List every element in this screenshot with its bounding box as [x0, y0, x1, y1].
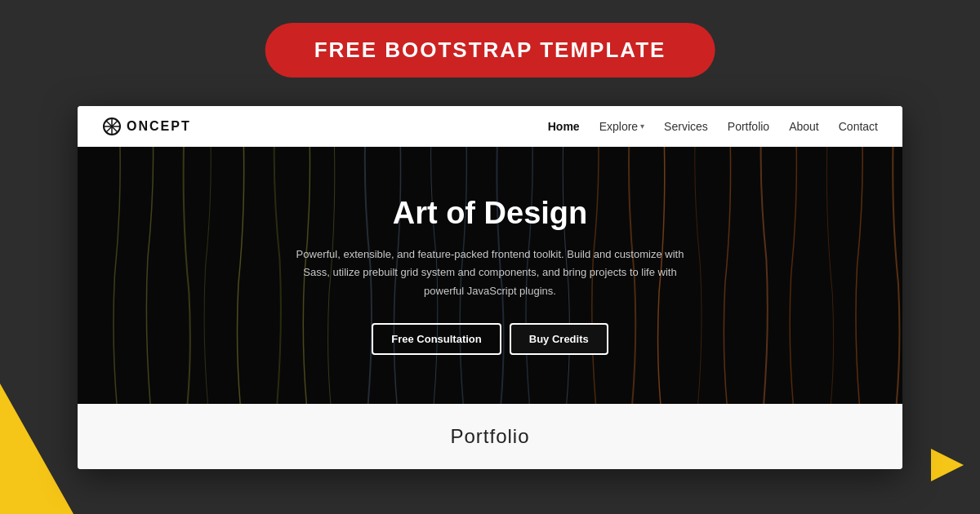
portfolio-title: Portfolio	[450, 425, 529, 448]
nav-menu: Home Explore ▾ Services Portfolio About …	[548, 119, 878, 134]
yellow-arrow-decoration	[923, 441, 972, 490]
free-consultation-button[interactable]: Free Consultation	[372, 323, 501, 355]
free-template-badge: FREE BOOTSTRAP TEMPLATE	[265, 23, 715, 78]
hero-section: Art of Design Powerful, extensible, and …	[78, 147, 902, 404]
nav-link-services[interactable]: Services	[664, 120, 708, 133]
chevron-down-icon: ▾	[640, 122, 644, 131]
nav-item-explore[interactable]: Explore ▾	[599, 120, 644, 133]
nav-link-portfolio[interactable]: Portfolio	[728, 120, 769, 133]
nav-item-about[interactable]: About	[789, 119, 819, 134]
buy-credits-button[interactable]: Buy Credits	[510, 323, 608, 355]
yellow-triangle-decoration	[0, 383, 74, 514]
navbar: ONCEPT Home Explore ▾ Services Portfolio…	[78, 106, 902, 147]
nav-item-home[interactable]: Home	[548, 119, 580, 134]
nav-item-portfolio[interactable]: Portfolio	[728, 119, 769, 134]
nav-link-contact[interactable]: Contact	[839, 120, 878, 133]
hero-content: Art of Design Powerful, extensible, and …	[294, 196, 686, 354]
hero-buttons: Free Consultation Buy Credits	[294, 323, 686, 355]
browser-mockup: ONCEPT Home Explore ▾ Services Portfolio…	[78, 106, 902, 469]
hero-subtitle: Powerful, extensible, and feature-packed…	[294, 246, 686, 299]
brand-logo[interactable]: ONCEPT	[102, 117, 191, 136]
svg-marker-0	[931, 449, 964, 481]
nav-link-explore[interactable]: Explore	[599, 120, 638, 133]
portfolio-section: Portfolio	[78, 404, 902, 469]
nav-item-services[interactable]: Services	[664, 119, 708, 134]
nav-item-contact[interactable]: Contact	[839, 119, 878, 134]
nav-link-home[interactable]: Home	[548, 120, 580, 133]
hero-title: Art of Design	[294, 196, 686, 231]
brand-name: ONCEPT	[127, 119, 191, 134]
nav-dropdown-explore[interactable]: Explore ▾	[599, 120, 644, 133]
brand-icon	[102, 117, 122, 136]
nav-link-about[interactable]: About	[789, 120, 819, 133]
